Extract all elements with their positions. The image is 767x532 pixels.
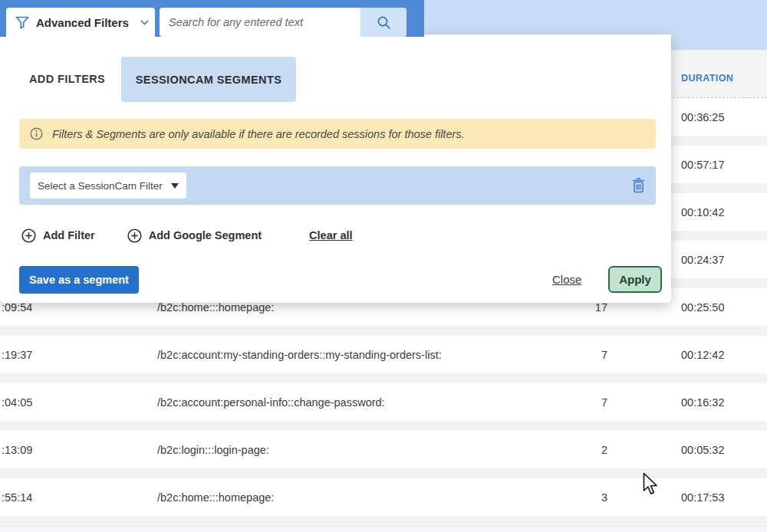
save-as-segment-button[interactable]: Save as a segment <box>19 266 139 294</box>
cell-duration: 00:10:42 <box>681 193 750 231</box>
cell-page-count: 2 <box>560 431 607 468</box>
info-icon <box>30 127 43 140</box>
search-input[interactable] <box>160 8 360 37</box>
info-banner-text: Filters & Segments are only available if… <box>52 128 465 140</box>
cell-page-path: /b2c:account:my-standing-orders::my-stan… <box>157 336 564 373</box>
advanced-filters-modal: ADD FILTERS SESSIONCAM SEGMENTS Filters … <box>0 34 671 303</box>
cell-duration: 00:05:32 <box>681 431 750 468</box>
bottom-scroll-strip <box>0 526 767 532</box>
tab-add-filters[interactable]: ADD FILTERS <box>29 68 105 90</box>
add-filter-button[interactable]: Add Filter <box>21 228 95 243</box>
filter-select-value: Select a SessionCam Filter <box>38 180 163 192</box>
cell-timestamp: :19:37 <box>2 336 46 373</box>
tab-add-filters-label: ADD FILTERS <box>29 73 105 85</box>
advanced-filters-button[interactable]: Advanced Filters <box>6 8 155 37</box>
filter-toolbar: Advanced Filters <box>0 0 424 37</box>
info-banner: Filters & Segments are only available if… <box>19 119 656 149</box>
cell-duration: 00:36:25 <box>681 98 750 136</box>
add-google-segment-label: Add Google Segment <box>149 229 262 241</box>
add-filter-label: Add Filter <box>43 229 95 241</box>
cell-page-count: 3 <box>560 478 607 516</box>
cell-page-count: 7 <box>560 336 607 373</box>
close-link[interactable]: Close <box>552 273 581 286</box>
delete-filter-button[interactable] <box>632 178 645 193</box>
dropdown-caret-icon <box>171 183 179 189</box>
tab-sessioncam-segments[interactable]: SESSIONCAM SEGMENTS <box>121 57 296 102</box>
filter-actions-row: Add Filter Add Google Segment Clear all <box>21 226 353 245</box>
cell-duration: 00:25:50 <box>681 288 750 326</box>
sessioncam-filter-select[interactable]: Select a SessionCam Filter <box>30 172 186 199</box>
plus-circle-icon <box>21 228 36 243</box>
cell-duration: 00:24:37 <box>681 241 750 278</box>
cell-duration: 00:57:17 <box>681 146 750 183</box>
clear-all-link[interactable]: Clear all <box>309 229 352 241</box>
cell-page-path: /b2c:login:::login-page: <box>157 431 564 468</box>
search-icon <box>377 15 391 30</box>
cell-timestamp: :55:14 <box>2 478 46 516</box>
advanced-filters-label: Advanced Filters <box>36 16 129 29</box>
apply-button[interactable]: Apply <box>608 266 662 293</box>
cell-timestamp: :13:09 <box>2 431 46 468</box>
cell-duration: 00:12:42 <box>681 336 750 373</box>
mouse-cursor-icon <box>643 472 659 498</box>
add-google-segment-button[interactable]: Add Google Segment <box>127 228 262 243</box>
filter-funnel-icon <box>15 16 29 29</box>
cell-duration: 00:17:53 <box>681 478 750 516</box>
search-button[interactable] <box>360 8 407 37</box>
filter-condition-row: Select a SessionCam Filter <box>19 166 656 205</box>
trash-icon <box>632 178 645 193</box>
cell-duration: 00:16:32 <box>681 383 750 421</box>
table-row[interactable]: :04:05 /b2c:account:personal-info::chang… <box>0 383 767 431</box>
column-header-duration[interactable]: DURATION <box>681 73 733 84</box>
cell-timestamp: :04:05 <box>2 383 46 421</box>
cell-page-count: 7 <box>560 383 607 421</box>
text-search <box>160 8 407 37</box>
cell-page-path: /b2c:home:::homepage: <box>157 478 564 516</box>
table-row[interactable]: :19:37 /b2c:account:my-standing-orders::… <box>0 336 767 383</box>
chevron-down-icon <box>140 20 149 25</box>
cell-page-path: /b2c:account:personal-info::change-passw… <box>157 383 564 421</box>
plus-circle-icon <box>127 228 142 243</box>
tab-sessioncam-segments-label: SESSIONCAM SEGMENTS <box>136 74 282 86</box>
table-row[interactable]: :13:09 /b2c:login:::login-page: 2 00:05:… <box>0 431 767 478</box>
